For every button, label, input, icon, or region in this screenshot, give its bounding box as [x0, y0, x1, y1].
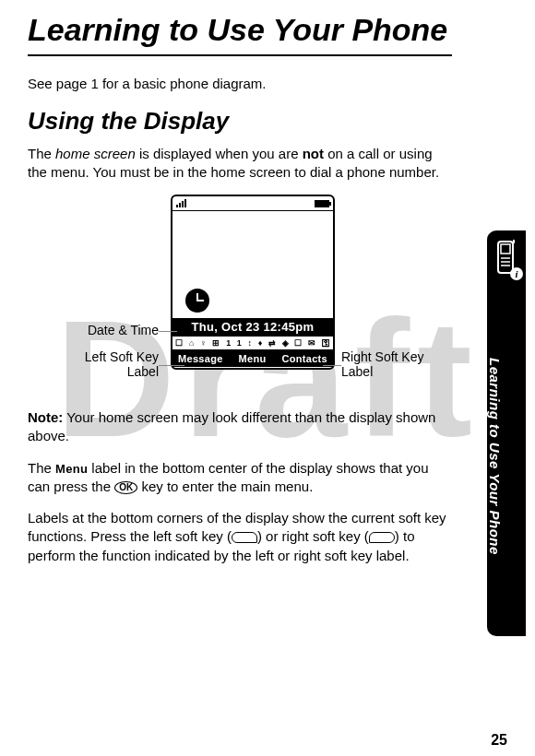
status-icon: ☐ — [175, 338, 183, 348]
section-heading-using-display: Using the Display — [28, 107, 452, 136]
status-icon: ♦ — [258, 338, 263, 348]
screen-body — [172, 211, 333, 318]
status-icon: ↕ — [247, 338, 252, 348]
right-softkey-icon — [369, 532, 395, 543]
status-bar — [172, 196, 333, 211]
left-softkey-label: Message — [178, 353, 223, 364]
battery-icon — [315, 200, 329, 207]
clock-icon — [185, 289, 209, 313]
note-paragraph: Note: Your home screen may look differen… — [28, 408, 452, 446]
phone-icon-wrap: i — [487, 230, 526, 286]
phone-screen-frame: Thu, Oct 23 12:45pm ☐ ⌂ ♀ ⊞ 1 1 ↕ ♦ ⇄ ◈ … — [171, 195, 335, 370]
right-softkey-label: Contacts — [282, 353, 327, 364]
status-icon: ✉ — [308, 338, 315, 348]
phone-screen-diagram: Thu, Oct 23 12:45pm ☐ ⌂ ♀ ⊞ 1 1 ↕ ♦ ⇄ ◈ … — [46, 195, 434, 397]
callout-line — [159, 365, 184, 366]
menu-keyword: Menu — [55, 462, 88, 476]
info-badge-icon: i — [510, 267, 523, 280]
status-icon: ⇄ — [268, 338, 276, 348]
title-rule — [28, 54, 452, 56]
status-icon: 1 — [226, 338, 231, 348]
text-fragment: is displayed when you are — [136, 146, 303, 161]
status-icon: ⌂ — [189, 338, 194, 348]
callout-text: Label — [127, 364, 159, 379]
status-icon-row: ☐ ⌂ ♀ ⊞ 1 1 ↕ ♦ ⇄ ◈ ☐ ✉ ⚿ — [172, 336, 333, 350]
home-screen-term: home screen — [55, 146, 136, 161]
svg-rect-1 — [501, 244, 510, 254]
page-number: 25 — [491, 732, 507, 749]
callout-text: Label — [341, 364, 373, 379]
callout-left-softkey: Left Soft Key Label — [39, 349, 159, 379]
page-content: Learning to Use Your Phone See page 1 fo… — [0, 0, 489, 587]
text-fragment: ) or right soft key ( — [257, 528, 369, 544]
ok-key-icon: OK — [114, 481, 137, 494]
text-fragment: The — [28, 460, 55, 476]
datetime-row: Thu, Oct 23 12:45pm — [172, 318, 333, 336]
center-menu-label: Menu — [239, 353, 267, 364]
note-text: Your home screen may look different than… — [28, 409, 435, 443]
status-icon: ♀ — [200, 338, 207, 348]
signal-icon — [176, 199, 186, 207]
status-icon: ⚿ — [322, 338, 330, 348]
softkey-paragraph: Labels at the bottom corners of the disp… — [28, 509, 452, 565]
intro-paragraph: See page 1 for a basic phone diagram. — [28, 75, 452, 93]
page-title: Learning to Use Your Phone — [28, 13, 452, 47]
side-tab-label: Learning to Use Your Phone — [487, 286, 503, 618]
status-icon: ☐ — [294, 338, 302, 348]
callout-text: Left Soft Key — [85, 349, 159, 364]
not-emphasis: not — [303, 146, 324, 161]
side-tab: i Learning to Use Your Phone — [487, 230, 526, 636]
softkey-row: Message Menu Contacts — [172, 350, 333, 367]
status-icon: ◈ — [282, 338, 289, 348]
note-label: Note: — [28, 409, 63, 425]
text-fragment: The — [28, 146, 55, 161]
callout-line — [323, 365, 341, 366]
callout-line — [159, 331, 177, 332]
callout-right-softkey: Right Soft Key Label — [341, 349, 443, 379]
menu-label-paragraph: The Menu label in the bottom center of t… — [28, 459, 452, 497]
callout-text: Right Soft Key — [341, 349, 424, 364]
status-icon: 1 — [237, 338, 242, 348]
callout-datetime: Date & Time — [39, 323, 159, 337]
left-softkey-icon — [232, 532, 257, 543]
home-screen-paragraph: The home screen is displayed when you ar… — [28, 145, 452, 183]
status-icon: ⊞ — [212, 338, 220, 348]
text-fragment: key to enter the main menu. — [137, 478, 313, 494]
